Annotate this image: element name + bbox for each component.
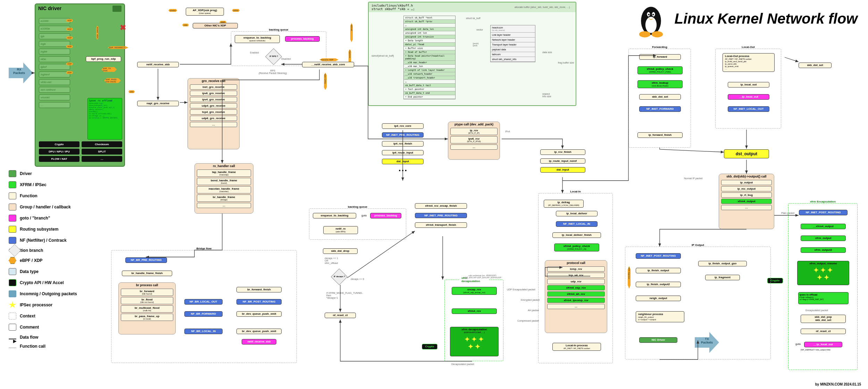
goto-process-backlog: process_backlog bbox=[285, 36, 320, 42]
skb-dst-pop-set: skb_dst_popskb_dst_set bbox=[801, 315, 846, 323]
sk-chunk: Network layer header bbox=[491, 38, 535, 42]
sk-chunk: payload data bbox=[491, 47, 535, 52]
credit-line: by MINZKN.COM 2024.01.15 bbox=[815, 382, 861, 386]
br-process-item: br_flood(fdb not found) bbox=[121, 297, 173, 304]
rx-handler-group: rx_handler call tap_handle_frame(macvtap… bbox=[194, 163, 253, 214]
nic-feature: Checksum bbox=[82, 141, 122, 147]
nic-driver-item: ixgbe bbox=[39, 49, 70, 55]
nf-inet-post-routing: NF_INET_POST_ROUTING bbox=[636, 253, 681, 259]
sk-field: • Length of link layer header bbox=[404, 68, 455, 72]
rx-handler-item: br_handle_frame(bridge) bbox=[197, 194, 251, 202]
gro-receive-group: gro_receive call inet_gro_receiveipv6_gr… bbox=[187, 78, 240, 149]
legend-item: Function bbox=[9, 192, 99, 199]
br-dev-queue-xmit-2: br_dev_queue_push_xmit bbox=[236, 329, 282, 334]
rps-comment: RPS(Receive Packet Steering) bbox=[259, 69, 287, 74]
normal-ip-label: Normal IP packet bbox=[684, 177, 703, 180]
sk-field: __u16 mac_len bbox=[404, 65, 455, 68]
nic-feature: SPLIT bbox=[82, 149, 122, 155]
ip-defrag: ip_defrag(IP_DEFRAG_LOCAL_DELIVER) bbox=[544, 200, 584, 208]
sk-field: struct sk_buff *next bbox=[404, 16, 455, 20]
sk-field: __u16 network_header bbox=[404, 72, 455, 76]
br-handle-frame-finish: br_handle_frame_finish bbox=[122, 271, 172, 276]
napi-gro-receive: napi_gro_receive bbox=[137, 101, 179, 106]
nic-feature: Crypto bbox=[39, 141, 80, 147]
nic-driver-item: e1000e bbox=[39, 26, 70, 32]
sk-chunk: Link layer header bbox=[491, 33, 535, 38]
nf-inet-post-routing-encap: NF_INET_POST_ROUTING bbox=[799, 210, 848, 215]
nic-feature: DPU / NPU / IPU bbox=[39, 149, 80, 155]
local-in-process: Local-In processAF_INET / AF_INET6 socke… bbox=[552, 343, 601, 351]
xfrm-encapsulation: xfrm Encapsulation NF_INET_POST_ROUTING … bbox=[788, 203, 858, 370]
svg-point-1 bbox=[645, 17, 657, 33]
sk-field: • Tail pointer bbox=[404, 88, 455, 91]
nic-feature: … bbox=[82, 156, 122, 162]
tunnel-comment: If XFRM_MODE_FLAG_TUNNELthen*decaps=1 bbox=[326, 292, 363, 299]
enc-packet-label: Encrypted packet bbox=[521, 299, 540, 301]
local-out: Local-Out Local-Out process AF_INET / AF… bbox=[715, 49, 781, 129]
goto-ip-local-out: __ip_local_out bbox=[804, 342, 842, 347]
goto-process-backlog-2: process_backlog bbox=[370, 213, 401, 218]
br-process-item: br_multicast_flood(mdb hit) bbox=[121, 305, 173, 313]
backlog-queue-2: backlog queue enqueue_to_backlog goto pr… bbox=[309, 208, 406, 240]
backlog-queue-1: backlog queue enqueue_to_backlog(queue s… bbox=[231, 31, 326, 66]
ip-finish-output2: ip_finish_output2 bbox=[636, 282, 681, 287]
svg-point-6 bbox=[639, 31, 650, 38]
legend-item: ▶Data flow bbox=[9, 335, 99, 340]
dst-output: dst_output bbox=[724, 149, 769, 158]
ipv4-label: IPv4 bbox=[505, 130, 510, 133]
xdp-tag: xdp bbox=[182, 24, 189, 26]
nic-driver-item: igb bbox=[39, 33, 70, 39]
br-process-item: br_forward(fdb found) bbox=[121, 289, 173, 296]
xfrm-output2: xfrm_output2 bbox=[801, 247, 846, 253]
xdp-tag: XDP bbox=[66, 19, 73, 22]
crypto-decap: Crypto bbox=[422, 344, 437, 349]
forwarding: Forwarding ip_forward xfrm4_policy_check… bbox=[628, 49, 691, 148]
protocol-item: tcp_v4_rcv bbox=[547, 273, 605, 278]
xdp-tx-tag: XDP_TX(out) bbox=[101, 67, 117, 72]
legend-item: Context bbox=[9, 313, 99, 320]
enqueue-backlog-2: enqueue_to_backlog bbox=[313, 213, 356, 218]
nic-driver-item: e1000 bbox=[39, 18, 70, 24]
skb-dst-set: skb_dst_set bbox=[639, 94, 681, 100]
sk-field: __u16 transport_header bbox=[404, 76, 455, 80]
gro-item: ipv6_gro_receive bbox=[190, 91, 237, 96]
xfrm-output-resume: xfrm_output_resume ✦ ✦ ✦✦ ✦ bbox=[797, 261, 849, 285]
legend-item: IPSec processor bbox=[9, 301, 99, 308]
sk-field: • Data length bbox=[404, 39, 455, 43]
legend-item: Data type bbox=[9, 268, 99, 275]
goto-netif-receive-skb: netif_receive_skb bbox=[242, 339, 276, 345]
nic-title: NIC driver bbox=[38, 6, 61, 12]
xfrm-decap-core: xfrm decapsulation(ESP/AH/IPCOMP, …) ✦ ✦… bbox=[450, 327, 499, 356]
nf-br-forward: NF_BR_FORWARD bbox=[184, 311, 223, 317]
nic-driver-item: ixgbevf bbox=[39, 72, 70, 77]
sk-chunk: tailroom bbox=[491, 52, 535, 57]
gro-item: … bbox=[190, 122, 237, 127]
br-forward-finish: br_forward_finish bbox=[236, 287, 282, 292]
ethtx-tag: ethtx bbox=[232, 9, 240, 12]
protocol-item: … bbox=[547, 304, 605, 309]
neighbour-process: neighbour process neigh_hh_outputn->outp… bbox=[636, 311, 684, 322]
legend-item: Driver bbox=[9, 170, 99, 177]
protocol-item: xfrm4_ah_rcv bbox=[547, 291, 605, 297]
ptype-group: ptype call (dev_add_pack) ip_rcv(ETH_P_I… bbox=[448, 122, 500, 160]
sk-chunk: headroom(by skb_reserve) bbox=[491, 25, 535, 33]
per-cpu-tag: (per CPU) bbox=[324, 73, 327, 90]
sk-field: • Data head pointer(head+tail padding) bbox=[404, 54, 455, 61]
br-process-group: br process call br_forward(fdb found)br_… bbox=[118, 282, 176, 334]
legend-item: Function call bbox=[9, 344, 99, 349]
xdp-tag: XDP bbox=[66, 45, 73, 48]
sk-field: • Head of buffer bbox=[404, 50, 455, 54]
ip-forward-finish: ip_forward_finish bbox=[637, 132, 683, 138]
xdp-pass-tag: XDP_PASS(net stack) bbox=[104, 78, 121, 83]
gro-item: udp6_gro_receive bbox=[190, 116, 237, 121]
legend-item: Group / handler / callback bbox=[9, 204, 99, 210]
nf-inet-local-out: NF_INET_LOCAL_OUT bbox=[728, 106, 769, 112]
__ip-local-out: __ip_local_out bbox=[728, 94, 769, 100]
bpf-egress-tag: BPF Egress bbox=[628, 266, 631, 289]
nic-driver-panel: NIC driver e1000e1000eigbixgbixgbei40eig… bbox=[35, 3, 125, 167]
ip-rcv-finish-column: ip_rcv_finish ip_route_input_noref dst_i… bbox=[540, 149, 585, 175]
disabled-label: Disabled bbox=[281, 58, 291, 60]
sk-field: unsigned int data_len bbox=[404, 27, 455, 31]
skb-dst-set-lo: skb_dst_set bbox=[799, 63, 832, 68]
xfrm4-policy-check: xfrm4_policy_check(XFRM_POLICY_IN) bbox=[554, 243, 599, 251]
